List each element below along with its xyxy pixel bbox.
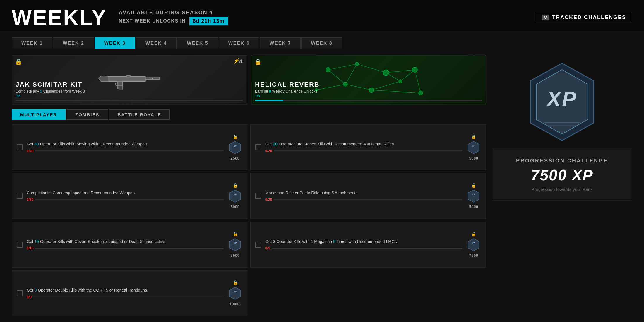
challenge-progress-row-3: 0/20 [27,198,224,202]
challenge-progress-text-4: 0/20 [265,198,272,202]
challenge-progress-text-5: 0/15 [27,246,33,250]
svg-marker-33 [229,190,241,202]
svg-marker-31 [468,141,479,154]
svg-text:XP: XP [233,242,237,244]
tab-week4[interactable]: WEEK 4 [136,37,177,49]
challenge-progress-bar-5 [35,248,224,249]
svg-line-18 [357,64,386,73]
xp-hex-3: XP [228,189,242,203]
challenge-checkbox-6[interactable] [255,242,261,248]
jak-reward-name: JAK SCIMITAR KIT [16,81,243,88]
brand-icon-jak: ⚡A [233,58,243,64]
svg-text:XP: XP [233,290,237,293]
jak-progress-bar [16,100,243,101]
challenge-checkbox-1[interactable] [17,144,23,150]
xp-large-badge: XP [521,61,603,143]
challenge-progress-text-6: 0/5 [265,246,270,250]
challenge-progress-bar-3 [35,199,224,200]
helical-desc-suffix: Weekly Challenge Unlocks [271,89,317,93]
content-area: 🔒 ⚡A JAK SCIMITAR KIT Complete any 5 Cha… [0,49,644,322]
challenge-right-5: 🔒 XP 7500 [228,232,242,258]
challenge-card-5: Get 15 Operator Kills with Covert Sneake… [12,222,247,268]
tracked-label: TRACKED CHALLENGES [552,14,626,20]
tracked-key: V [542,15,549,20]
challenge-info-4: Marksman Rifle or Battle Rifle using 5 A… [265,190,462,202]
challenge-checkbox-2[interactable] [255,144,261,150]
svg-marker-39 [468,239,479,251]
challenge-xp-6: 7500 [469,253,478,258]
tab-zombies[interactable]: ZOMBIES [67,109,108,120]
svg-rect-4 [127,75,130,77]
challenges-grid: Get 40 Operator Kills while Moving with … [12,124,486,316]
challenge-checkbox-3[interactable] [17,193,23,199]
jak-desc-suffix: Challenges from Week 3 [42,89,85,93]
challenge-progress-row-6: 0/5 [265,246,462,250]
category-tabs: MULTIPLAYER ZOMBIES BATTLE ROYALE [12,109,486,120]
svg-text:XP: XP [546,87,577,111]
challenge-checkbox-7[interactable] [17,290,23,296]
page-title: WEEKLY [12,7,107,28]
challenge-card-2: Get 20 Operator Tac Stance Kills with Re… [250,124,486,170]
challenge-progress-row-2: 0/20 [265,149,462,153]
xp-hex-4: XP [466,189,481,203]
helical-reward-name: HELICAL REVERB [255,81,482,88]
svg-marker-37 [229,239,241,251]
tab-week1[interactable]: WEEK 1 [12,37,52,49]
num-7: 3 [34,288,37,292]
helical-lock-icon: 🔒 [254,58,262,65]
xp-hex-7: XP [228,286,242,301]
jak-progress-text: 0/5 [16,94,243,98]
helical-progress-fill [255,100,283,101]
unlock-row: NEXT WEEK UNLOCKS IN 6d 21h 13m [119,17,228,25]
tab-week8[interactable]: WEEK 8 [301,37,342,49]
challenge-lock-4: 🔒 [471,183,476,188]
challenge-info-3: Completionist Camo equipped to a Recomme… [27,190,224,202]
num-1: 40 [34,142,39,146]
progression-section: PROGRESSION CHALLENGE 7500 XP Progressio… [492,149,632,201]
challenge-text-1: Get 40 Operator Kills while Moving with … [27,141,224,147]
challenge-xp-5: 7500 [231,253,240,258]
tracked-challenges-button[interactable]: V TRACKED CHALLENGES [536,12,632,23]
challenge-lock-6: 🔒 [471,232,476,236]
helical-reward-desc: Earn all 8 Weekly Challenge Unlocks [255,89,482,93]
timer-badge: 6d 21h 13m [189,17,228,25]
challenge-text-2: Get 20 Operator Tac Stance Kills with Re… [265,141,462,147]
challenge-text-7: Get 3 Operator Double Kills with the COR… [27,287,224,293]
progression-xp: 7500 XP [504,166,620,184]
challenge-right-7: 🔒 XP 10000 [228,280,242,306]
challenge-progress-bar-1 [35,150,224,151]
tab-week6[interactable]: WEEK 6 [219,37,259,49]
helical-progress-bar [255,100,482,101]
svg-text:XP: XP [233,193,237,196]
challenge-lock-5: 🔒 [233,232,238,236]
tab-week2[interactable]: WEEK 2 [53,37,94,49]
tab-week7[interactable]: WEEK 7 [260,37,301,49]
challenge-info-1: Get 40 Operator Kills while Moving with … [27,141,224,153]
challenge-text-4: Marksman Rifle or Battle Rifle using 5 A… [265,190,462,196]
svg-text:XP: XP [233,145,237,147]
tab-battle-royale[interactable]: BATTLE ROYALE [109,109,170,120]
header: WEEKLY AVAILABLE DURING SEASON 4 NEXT WE… [0,0,644,32]
reward-cards: 🔒 ⚡A JAK SCIMITAR KIT Complete any 5 Cha… [12,55,486,105]
helical-progress-text: 1/8 [255,94,482,98]
tab-week5[interactable]: WEEK 5 [177,37,218,49]
challenge-xp-7: 10000 [229,302,241,306]
challenge-right-6: 🔒 XP 7500 [466,232,481,258]
progression-title: PROGRESSION CHALLENGE [504,158,620,164]
challenge-text-6: Get 3 Operator Kills with 1 Magazine 5 T… [265,239,462,245]
tab-multiplayer[interactable]: MULTIPLAYER [12,109,66,120]
svg-text:XP: XP [472,193,475,196]
challenge-card-6: Get 3 Operator Kills with 1 Magazine 5 T… [250,222,486,268]
challenge-checkbox-5[interactable] [17,242,23,248]
challenge-lock-1: 🔒 [233,134,238,139]
tab-week3[interactable]: WEEK 3 [95,37,135,49]
svg-line-17 [328,64,357,70]
challenge-right-3: 🔒 XP 5000 [228,183,242,209]
reward-card-jak: 🔒 ⚡A JAK SCIMITAR KIT Complete any 5 Cha… [12,55,246,105]
challenge-xp-3: 5000 [231,205,240,209]
jak-reward-desc: Complete any 5 Challenges from Week 3 [16,89,243,93]
challenge-progress-text-2: 0/20 [265,149,272,153]
num-5: 15 [34,239,39,244]
challenge-checkbox-4[interactable] [255,193,261,199]
challenge-progress-text-7: 0/3 [27,295,32,299]
